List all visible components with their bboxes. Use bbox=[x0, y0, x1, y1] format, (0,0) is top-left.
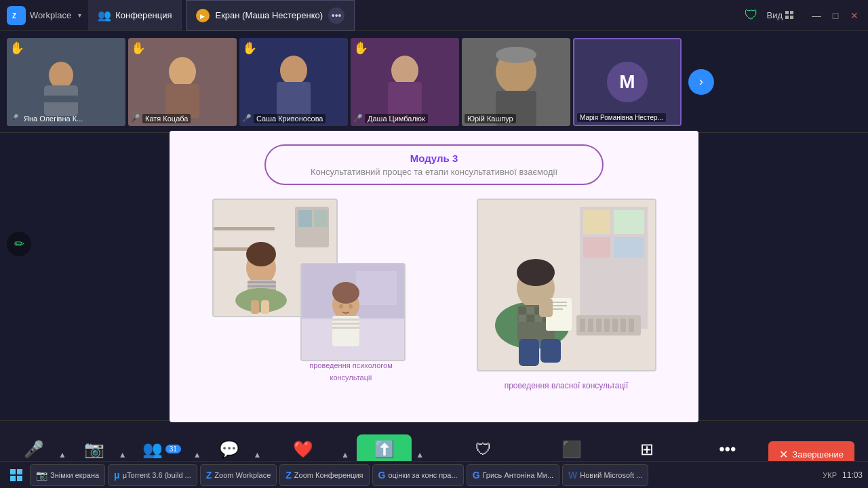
hand-raised-icon: ✋ bbox=[9, 41, 24, 56]
svg-text:▶: ▶ bbox=[200, 13, 205, 20]
taskbar-item-microsoft[interactable]: W Новий Microsoft ... bbox=[562, 464, 648, 486]
participant-name: Саша Кривоносова bbox=[254, 114, 326, 123]
svg-rect-62 bbox=[612, 319, 618, 332]
minimize-button[interactable]: — bbox=[810, 9, 823, 22]
svg-rect-45 bbox=[332, 319, 359, 321]
participant-tile[interactable]: ✋ 🎤 Катя Коцаба bbox=[128, 38, 237, 126]
taskbar-zoom-workplace-label: Zoom Workplace bbox=[214, 471, 271, 479]
maximize-button[interactable]: □ bbox=[829, 9, 842, 22]
svg-rect-59 bbox=[588, 319, 593, 332]
sessions-icon: ⊞ bbox=[640, 440, 654, 459]
audio-arrow-icon[interactable]: ▲ bbox=[57, 450, 68, 460]
mic-off-icon: 🎤 bbox=[131, 114, 140, 123]
share-icon: ⬆️ bbox=[374, 440, 395, 459]
slide-module-title: Модуль 3 bbox=[286, 152, 582, 164]
screen-share-tab[interactable]: ▶ Екран (Маша Нестеренко) ••• bbox=[186, 0, 355, 30]
participants-count-badge: 31 bbox=[165, 445, 181, 453]
participant-tile[interactable]: ✋ 🎤 Даша Цимбалюк bbox=[351, 38, 459, 126]
slide-title-box: Модуль 3 Консультативний процес та етапи… bbox=[264, 144, 604, 185]
participants-arrow-icon[interactable]: ▲ bbox=[192, 450, 203, 460]
microphone-icon: 🎤 bbox=[24, 440, 44, 459]
svg-point-39 bbox=[246, 242, 276, 266]
taskbar-screenshots-label: Знімки екрана bbox=[50, 471, 99, 479]
utorrent-icon: μ bbox=[114, 470, 120, 481]
end-label: Завершение bbox=[792, 449, 844, 460]
svg-point-24 bbox=[496, 47, 536, 63]
screen-tab-more-button[interactable]: ••• bbox=[328, 7, 344, 24]
svg-rect-7 bbox=[790, 16, 793, 19]
avatar: M bbox=[607, 62, 648, 102]
photo-caption-right: проведення власної консультації bbox=[505, 381, 629, 390]
photo-caption-left: проведення психологом консультації bbox=[297, 359, 406, 383]
svg-rect-72 bbox=[519, 315, 526, 322]
hand-raised-icon: ✋ bbox=[353, 41, 368, 56]
photo-left-group: проведення психологом консультації bbox=[212, 199, 375, 361]
mic-off-icon: 🎤 bbox=[242, 114, 252, 123]
app-title: Workplace bbox=[30, 10, 71, 20]
windows-start-button[interactable] bbox=[5, 464, 27, 486]
svg-rect-4 bbox=[785, 11, 789, 14]
video-icon: 📷 bbox=[84, 440, 104, 459]
taskbar-item-zoom-conference[interactable]: Z Zoom Конференция bbox=[279, 464, 369, 486]
react-arrow-icon[interactable]: ▲ bbox=[340, 450, 351, 460]
svg-rect-54 bbox=[614, 210, 644, 234]
svg-rect-63 bbox=[620, 319, 626, 332]
svg-rect-68 bbox=[519, 307, 526, 314]
svg-point-49 bbox=[339, 304, 343, 309]
video-arrow-icon[interactable]: ▲ bbox=[117, 450, 128, 460]
apps-icon: ⬛ bbox=[561, 440, 582, 459]
participant-name-row: 🎤 Катя Коцаба bbox=[131, 114, 191, 123]
taskbar-item-zoom-workplace[interactable]: Z Zoom Workplace bbox=[200, 464, 277, 486]
close-button[interactable]: ✕ bbox=[848, 9, 861, 22]
taskbar-item-utorrent[interactable]: μ μTorrent 3.6 (build ... bbox=[108, 464, 197, 486]
photo-consultation-2 bbox=[300, 263, 406, 361]
svg-rect-42 bbox=[356, 271, 397, 305]
svg-rect-33 bbox=[248, 281, 276, 283]
chat-icon: 💬 bbox=[219, 440, 239, 459]
svg-rect-87 bbox=[17, 476, 22, 481]
participant-name: Катя Коцаба bbox=[142, 114, 191, 123]
view-button[interactable]: Вид bbox=[766, 10, 795, 20]
svg-rect-27 bbox=[298, 210, 312, 227]
svg-rect-37 bbox=[251, 300, 259, 314]
svg-rect-61 bbox=[604, 319, 610, 332]
participants-strip: ✋ 🎤 Яна Олегівна К... ✋ 🎤 Катя Коцаба bbox=[0, 31, 868, 133]
participant-tile[interactable]: Юрій Кашпур bbox=[462, 38, 570, 126]
drawing-tool-button[interactable]: ✏ bbox=[7, 232, 31, 256]
svg-point-19 bbox=[391, 56, 418, 85]
conference-tab[interactable]: 👥 Конференция bbox=[88, 0, 182, 30]
antonina-icon: G bbox=[473, 470, 480, 481]
photo-own-consultation bbox=[477, 199, 656, 371]
svg-point-16 bbox=[280, 56, 307, 85]
participant-name: Даша Цимбалюк bbox=[365, 114, 428, 123]
participant-tile[interactable]: ✋ 🎤 Саша Кривоносова bbox=[239, 38, 348, 126]
screen-share-icon: ▶ bbox=[196, 9, 210, 22]
taskbar-item-antonina[interactable]: G Грись Антоніна Ми... bbox=[467, 464, 559, 486]
taskbar-microsoft-label: Новий Microsoft ... bbox=[580, 471, 642, 479]
svg-rect-53 bbox=[583, 210, 610, 234]
slide-photos-area: проведення психологом консультації bbox=[183, 199, 685, 390]
svg-rect-85 bbox=[17, 469, 22, 474]
top-bar-right: 🛡 Вид — □ ✕ bbox=[745, 7, 861, 23]
taskbar-item-grades[interactable]: G оцінки за конс пра... bbox=[372, 464, 464, 486]
svg-rect-77 bbox=[540, 339, 561, 363]
next-participants-button[interactable]: › bbox=[688, 69, 714, 95]
mic-off-icon: 🎤 bbox=[9, 114, 19, 123]
svg-rect-29 bbox=[214, 227, 275, 230]
participant-tile-active[interactable]: M Марія Романівна Нестер... bbox=[573, 38, 682, 126]
share-arrow-icon[interactable]: ▲ bbox=[414, 450, 425, 460]
end-icon: ✕ bbox=[779, 448, 788, 461]
conference-tab-label: Конференция bbox=[115, 10, 172, 20]
participant-name: Юрій Кашпур bbox=[465, 114, 516, 123]
zoom-logo: Z Workplace ▾ bbox=[7, 6, 81, 25]
svg-rect-69 bbox=[527, 307, 534, 314]
conference-icon: 👥 bbox=[98, 9, 111, 22]
chat-arrow-icon[interactable]: ▲ bbox=[252, 450, 263, 460]
participant-name-row: 🎤 Даша Цимбалюк bbox=[353, 114, 428, 123]
participant-tile[interactable]: ✋ 🎤 Яна Олегівна К... bbox=[7, 38, 125, 126]
taskbar-zoom-conference-label: Zoom Конференция bbox=[294, 471, 363, 479]
taskbar-utorrent-label: μTorrent 3.6 (build ... bbox=[123, 471, 191, 479]
taskbar-item-screenshots[interactable]: 📷 Знімки екрана bbox=[30, 464, 105, 486]
dropdown-arrow-icon[interactable]: ▾ bbox=[78, 12, 81, 19]
svg-rect-84 bbox=[10, 469, 16, 474]
